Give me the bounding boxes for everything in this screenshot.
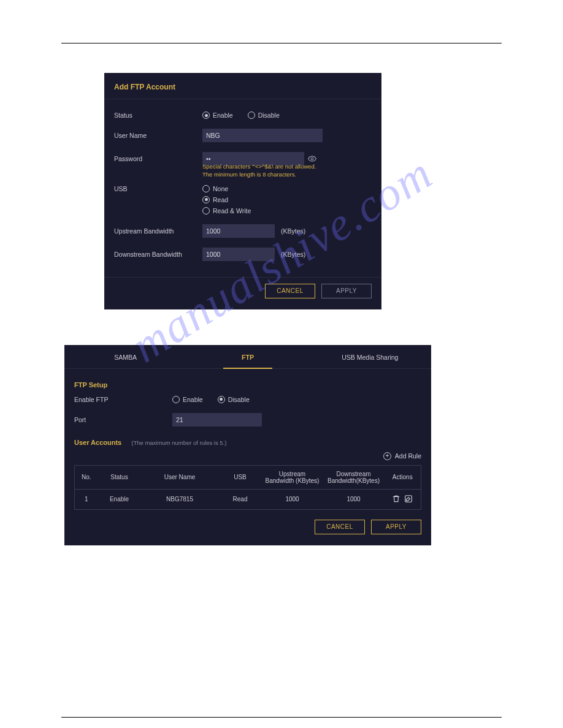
apply-button[interactable]: APPLY xyxy=(321,284,372,298)
tab-ftp[interactable]: FTP xyxy=(186,345,308,368)
downstream-label: Downstream Bandwidth xyxy=(114,251,202,258)
radio-label: Read & Write xyxy=(213,207,251,214)
status-label: Status xyxy=(114,112,202,119)
downstream-unit: (KBytes) xyxy=(281,251,305,258)
usb-read-radio[interactable]: Read xyxy=(202,196,228,203)
radio-label: Disable xyxy=(258,112,280,119)
radio-icon xyxy=(172,396,180,403)
col-actions: Actions xyxy=(385,465,421,489)
edit-icon[interactable] xyxy=(404,495,413,503)
page-divider-bottom xyxy=(61,717,502,718)
radio-label: Enable xyxy=(183,396,203,403)
ftp-setup-panel: SAMBA FTP USB Media Sharing FTP Setup En… xyxy=(64,345,431,545)
cancel-button[interactable]: CANCEL xyxy=(265,284,315,298)
radio-label: Enable xyxy=(213,112,233,119)
downstream-input[interactable] xyxy=(202,248,275,261)
radio-icon xyxy=(202,207,210,214)
upstream-label: Upstream Bandwidth xyxy=(114,227,202,235)
cell-down: 1000 xyxy=(323,489,385,509)
accounts-table: No. Status User Name USB Upstream Bandwi… xyxy=(74,465,421,510)
col-username: User Name xyxy=(141,465,219,489)
table-row: 1 Enable NBG7815 Read 1000 1000 xyxy=(75,489,421,509)
svg-point-0 xyxy=(311,157,313,160)
port-input[interactable] xyxy=(172,413,262,427)
col-up: Upstream Bandwidth (KBytes) xyxy=(262,465,323,489)
radio-icon xyxy=(248,112,255,119)
usb-label: USB xyxy=(114,185,202,192)
enable-ftp-label: Enable FTP xyxy=(74,396,172,403)
status-disable-radio[interactable]: Disable xyxy=(248,112,280,119)
radio-label: None xyxy=(213,185,228,192)
cell-usb: Read xyxy=(219,489,262,509)
cancel-button[interactable]: CANCEL xyxy=(315,520,365,534)
user-accounts-title: User Accounts xyxy=(74,439,121,446)
radio-label: Disable xyxy=(228,396,250,403)
radio-label: Read xyxy=(213,196,228,203)
cell-up: 1000 xyxy=(262,489,323,509)
plus-icon: + xyxy=(383,452,391,460)
col-status: Status xyxy=(98,465,141,489)
ftp-setup-title: FTP Setup xyxy=(74,381,421,389)
trash-icon[interactable] xyxy=(392,495,400,503)
username-label: User Name xyxy=(114,132,202,139)
enable-ftp-enable-radio[interactable]: Enable xyxy=(172,396,203,403)
username-input[interactable] xyxy=(202,129,323,142)
password-label: Password xyxy=(114,155,202,162)
tab-usb-media[interactable]: USB Media Sharing xyxy=(309,345,431,368)
add-ftp-account-panel: Add FTP Account Status Enable Disable Us… xyxy=(104,73,381,309)
radio-icon xyxy=(218,396,225,403)
tab-bar: SAMBA FTP USB Media Sharing xyxy=(64,345,431,369)
enable-ftp-disable-radio[interactable]: Disable xyxy=(218,396,250,403)
panel-title: Add FTP Account xyxy=(104,73,381,99)
col-usb: USB xyxy=(219,465,262,489)
user-accounts-note: (The maximum number of rules is 5.) xyxy=(131,439,226,446)
cell-username: NBG7815 xyxy=(141,489,219,509)
cell-status: Enable xyxy=(98,489,141,509)
radio-icon xyxy=(202,112,210,119)
usb-none-radio[interactable]: None xyxy=(202,185,228,192)
page-divider-top xyxy=(61,43,502,44)
radio-icon xyxy=(202,196,210,203)
usb-readwrite-radio[interactable]: Read & Write xyxy=(202,207,251,214)
col-down: Downstream Bandwidth(KBytes) xyxy=(323,465,385,489)
apply-button[interactable]: APPLY xyxy=(371,520,421,534)
radio-icon xyxy=(202,185,210,192)
add-rule-button[interactable]: + Add Rule xyxy=(383,452,421,460)
upstream-input[interactable] xyxy=(202,224,275,238)
port-label: Port xyxy=(74,416,172,423)
cell-no: 1 xyxy=(75,489,98,509)
tab-samba[interactable]: SAMBA xyxy=(64,345,186,368)
col-no: No. xyxy=(75,465,98,489)
upstream-unit: (KBytes) xyxy=(281,227,305,235)
eye-icon[interactable] xyxy=(308,154,316,163)
add-rule-label: Add Rule xyxy=(395,452,421,460)
status-enable-radio[interactable]: Enable xyxy=(202,112,233,119)
